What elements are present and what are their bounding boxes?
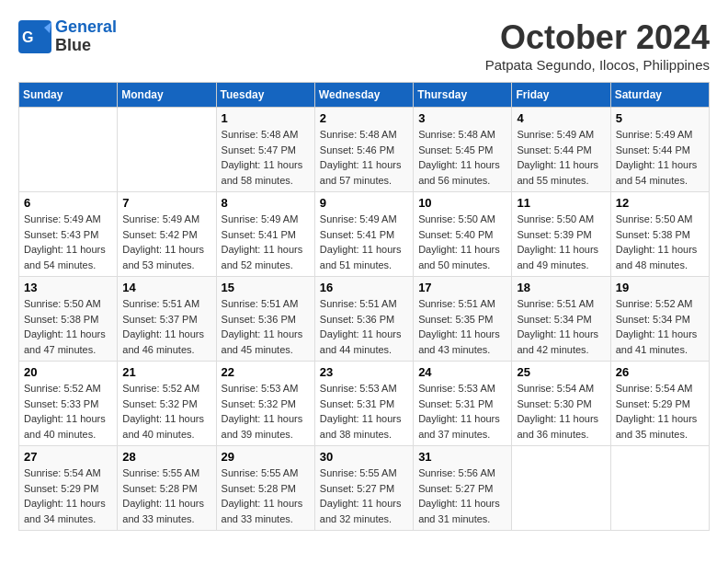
day-info: Sunrise: 5:53 AM Sunset: 5:32 PM Dayligh… (222, 381, 310, 442)
day-number: 19 (616, 281, 704, 294)
day-number: 24 (418, 365, 506, 379)
day-number: 26 (616, 365, 704, 379)
day-number: 17 (418, 281, 506, 294)
calendar-table: SundayMondayTuesdayWednesdayThursdayFrid… (18, 82, 710, 531)
day-info: Sunrise: 5:48 AM Sunset: 5:46 PM Dayligh… (320, 127, 408, 188)
day-info: Sunrise: 5:52 AM Sunset: 5:34 PM Dayligh… (616, 296, 704, 357)
week-row-4: 20Sunrise: 5:52 AM Sunset: 5:33 PM Dayli… (19, 362, 710, 446)
location-subtitle: Patpata Segundo, Ilocos, Philippines (485, 57, 710, 73)
week-row-2: 6Sunrise: 5:49 AM Sunset: 5:43 PM Daylig… (19, 192, 710, 277)
logo-line2: Blue (55, 37, 117, 55)
calendar-cell: 29Sunrise: 5:55 AM Sunset: 5:28 PM Dayli… (216, 446, 314, 531)
day-info: Sunrise: 5:54 AM Sunset: 5:29 PM Dayligh… (24, 465, 112, 526)
calendar-cell: 26Sunrise: 5:54 AM Sunset: 5:29 PM Dayli… (610, 362, 709, 446)
day-info: Sunrise: 5:50 AM Sunset: 5:39 PM Dayligh… (517, 212, 605, 272)
logo-icon: G (18, 20, 51, 53)
logo: G General Blue (18, 18, 117, 55)
calendar-cell: 24Sunrise: 5:53 AM Sunset: 5:31 PM Dayli… (414, 362, 512, 446)
calendar-cell: 19Sunrise: 5:52 AM Sunset: 5:34 PM Dayli… (610, 277, 709, 362)
day-number: 22 (222, 365, 310, 379)
page-header: G General Blue October 2024 Patpata Segu… (18, 18, 710, 73)
day-info: Sunrise: 5:51 AM Sunset: 5:36 PM Dayligh… (222, 296, 310, 357)
calendar-cell: 12Sunrise: 5:50 AM Sunset: 5:38 PM Dayli… (610, 192, 709, 277)
calendar-cell: 21Sunrise: 5:52 AM Sunset: 5:32 PM Dayli… (118, 362, 216, 446)
day-number: 27 (24, 450, 112, 464)
day-info: Sunrise: 5:52 AM Sunset: 5:33 PM Dayligh… (24, 381, 112, 442)
calendar-cell: 5Sunrise: 5:49 AM Sunset: 5:44 PM Daylig… (610, 108, 709, 192)
day-number: 9 (320, 196, 408, 210)
calendar-cell (118, 108, 216, 192)
calendar-cell: 31Sunrise: 5:56 AM Sunset: 5:27 PM Dayli… (414, 446, 512, 531)
day-number: 13 (24, 281, 112, 294)
calendar-cell: 9Sunrise: 5:49 AM Sunset: 5:41 PM Daylig… (314, 192, 413, 277)
month-title: October 2024 (485, 18, 710, 57)
day-number: 30 (320, 450, 408, 464)
calendar-cell: 7Sunrise: 5:49 AM Sunset: 5:42 PM Daylig… (118, 192, 216, 277)
day-number: 28 (122, 450, 210, 464)
day-number: 8 (222, 196, 310, 210)
day-info: Sunrise: 5:53 AM Sunset: 5:31 PM Dayligh… (418, 381, 506, 442)
day-number: 7 (122, 196, 210, 210)
day-info: Sunrise: 5:51 AM Sunset: 5:34 PM Dayligh… (517, 296, 605, 357)
calendar-cell: 15Sunrise: 5:51 AM Sunset: 5:36 PM Dayli… (216, 277, 314, 362)
calendar-cell: 18Sunrise: 5:51 AM Sunset: 5:34 PM Dayli… (512, 277, 610, 362)
day-info: Sunrise: 5:54 AM Sunset: 5:30 PM Dayligh… (517, 381, 605, 442)
day-number: 4 (517, 111, 605, 125)
day-info: Sunrise: 5:52 AM Sunset: 5:32 PM Dayligh… (122, 381, 210, 442)
col-header-friday: Friday (512, 83, 610, 108)
day-number: 1 (222, 111, 310, 125)
week-row-5: 27Sunrise: 5:54 AM Sunset: 5:29 PM Dayli… (19, 446, 710, 531)
day-number: 11 (517, 196, 605, 210)
day-info: Sunrise: 5:55 AM Sunset: 5:27 PM Dayligh… (320, 465, 408, 526)
day-info: Sunrise: 5:53 AM Sunset: 5:31 PM Dayligh… (320, 381, 408, 442)
calendar-cell: 1Sunrise: 5:48 AM Sunset: 5:47 PM Daylig… (216, 108, 314, 192)
day-info: Sunrise: 5:51 AM Sunset: 5:36 PM Dayligh… (320, 296, 408, 357)
day-number: 31 (418, 450, 506, 464)
calendar-cell: 2Sunrise: 5:48 AM Sunset: 5:46 PM Daylig… (314, 108, 413, 192)
svg-text:G: G (22, 29, 33, 45)
calendar-cell: 23Sunrise: 5:53 AM Sunset: 5:31 PM Dayli… (314, 362, 413, 446)
day-info: Sunrise: 5:48 AM Sunset: 5:47 PM Dayligh… (222, 127, 310, 188)
day-info: Sunrise: 5:51 AM Sunset: 5:37 PM Dayligh… (122, 296, 210, 357)
day-info: Sunrise: 5:48 AM Sunset: 5:45 PM Dayligh… (418, 127, 506, 188)
day-info: Sunrise: 5:55 AM Sunset: 5:28 PM Dayligh… (222, 465, 310, 526)
day-info: Sunrise: 5:50 AM Sunset: 5:40 PM Dayligh… (418, 212, 506, 272)
day-info: Sunrise: 5:49 AM Sunset: 5:41 PM Dayligh… (222, 212, 310, 272)
week-row-3: 13Sunrise: 5:50 AM Sunset: 5:38 PM Dayli… (19, 277, 710, 362)
calendar-cell: 22Sunrise: 5:53 AM Sunset: 5:32 PM Dayli… (216, 362, 314, 446)
calendar-cell (512, 446, 610, 531)
calendar-cell: 14Sunrise: 5:51 AM Sunset: 5:37 PM Dayli… (118, 277, 216, 362)
calendar-cell: 28Sunrise: 5:55 AM Sunset: 5:28 PM Dayli… (118, 446, 216, 531)
calendar-cell: 13Sunrise: 5:50 AM Sunset: 5:38 PM Dayli… (19, 277, 118, 362)
day-number: 20 (24, 365, 112, 379)
day-number: 15 (222, 281, 310, 294)
calendar-cell: 30Sunrise: 5:55 AM Sunset: 5:27 PM Dayli… (314, 446, 413, 531)
col-header-wednesday: Wednesday (314, 83, 413, 108)
calendar-cell (19, 108, 118, 192)
col-header-sunday: Sunday (19, 83, 118, 108)
calendar-cell: 20Sunrise: 5:52 AM Sunset: 5:33 PM Dayli… (19, 362, 118, 446)
day-number: 3 (418, 111, 506, 125)
title-block: October 2024 Patpata Segundo, Ilocos, Ph… (485, 18, 710, 73)
day-info: Sunrise: 5:49 AM Sunset: 5:43 PM Dayligh… (24, 212, 112, 272)
day-info: Sunrise: 5:49 AM Sunset: 5:44 PM Dayligh… (517, 127, 605, 188)
day-info: Sunrise: 5:50 AM Sunset: 5:38 PM Dayligh… (616, 212, 704, 272)
day-number: 5 (616, 111, 704, 125)
day-info: Sunrise: 5:49 AM Sunset: 5:42 PM Dayligh… (122, 212, 210, 272)
calendar-cell: 4Sunrise: 5:49 AM Sunset: 5:44 PM Daylig… (512, 108, 610, 192)
day-number: 16 (320, 281, 408, 294)
calendar-cell: 16Sunrise: 5:51 AM Sunset: 5:36 PM Dayli… (314, 277, 413, 362)
day-number: 14 (122, 281, 210, 294)
calendar-cell: 6Sunrise: 5:49 AM Sunset: 5:43 PM Daylig… (19, 192, 118, 277)
day-info: Sunrise: 5:49 AM Sunset: 5:44 PM Dayligh… (616, 127, 704, 188)
day-number: 10 (418, 196, 506, 210)
week-row-1: 1Sunrise: 5:48 AM Sunset: 5:47 PM Daylig… (19, 108, 710, 192)
col-header-thursday: Thursday (414, 83, 512, 108)
day-info: Sunrise: 5:56 AM Sunset: 5:27 PM Dayligh… (418, 465, 506, 526)
day-number: 23 (320, 365, 408, 379)
day-number: 12 (616, 196, 704, 210)
day-number: 2 (320, 111, 408, 125)
day-number: 18 (517, 281, 605, 294)
calendar-cell (610, 446, 709, 531)
col-header-tuesday: Tuesday (216, 83, 314, 108)
